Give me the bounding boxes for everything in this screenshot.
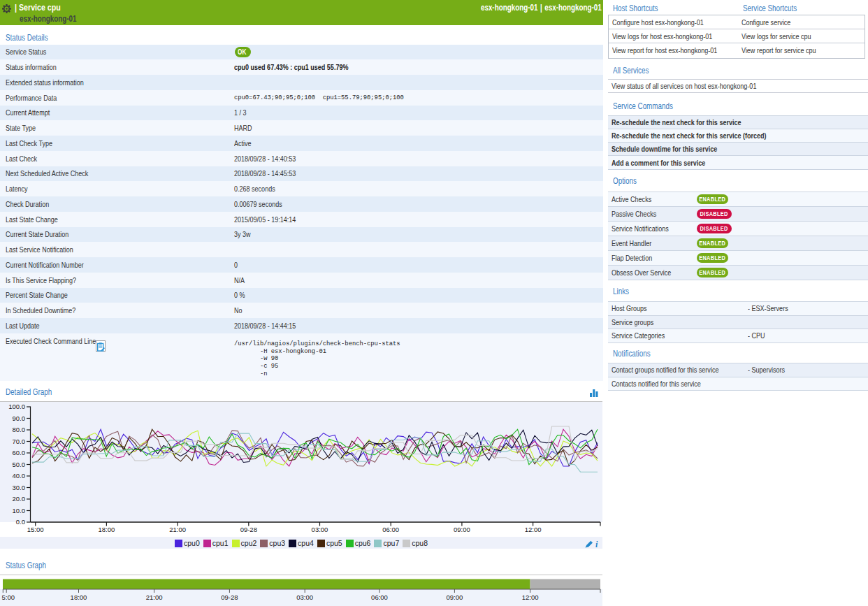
svg-text:15:00: 15:00 [27,526,44,533]
svg-text:90.0: 90.0 [13,414,26,422]
svg-text:40.0: 40.0 [13,472,26,479]
svg-text:50.0: 50.0 [13,461,26,468]
svg-text:03:00: 03:00 [312,526,328,533]
svg-text:09:00: 09:00 [454,526,470,533]
svg-text:10.0: 10.0 [13,507,26,514]
svg-text:80.0: 80.0 [13,426,26,433]
svg-text:18:00: 18:00 [71,593,87,601]
svg-text:09:00: 09:00 [447,593,463,601]
svg-text:06:00: 06:00 [371,593,388,601]
svg-text:100.0: 100.0 [8,403,25,410]
svg-text:18:00: 18:00 [99,526,115,533]
svg-text:30.0: 30.0 [13,484,26,491]
svg-text:09-28: 09-28 [240,526,257,533]
svg-text:21:00: 21:00 [169,526,186,533]
svg-text:03:00: 03:00 [296,593,313,601]
svg-text:06:00: 06:00 [382,526,399,533]
svg-text:21:00: 21:00 [146,593,163,601]
svg-text:09-28: 09-28 [221,593,238,601]
svg-text:12:00: 12:00 [525,526,542,533]
svg-text:12:00: 12:00 [522,593,539,601]
svg-text:70.0: 70.0 [13,438,26,445]
svg-text:60.0: 60.0 [13,449,26,456]
svg-text:20.0: 20.0 [13,495,26,503]
svg-text:i: i [595,540,598,548]
svg-text:5:00: 5:00 [2,593,15,601]
svg-text:0.0: 0.0 [16,518,25,526]
